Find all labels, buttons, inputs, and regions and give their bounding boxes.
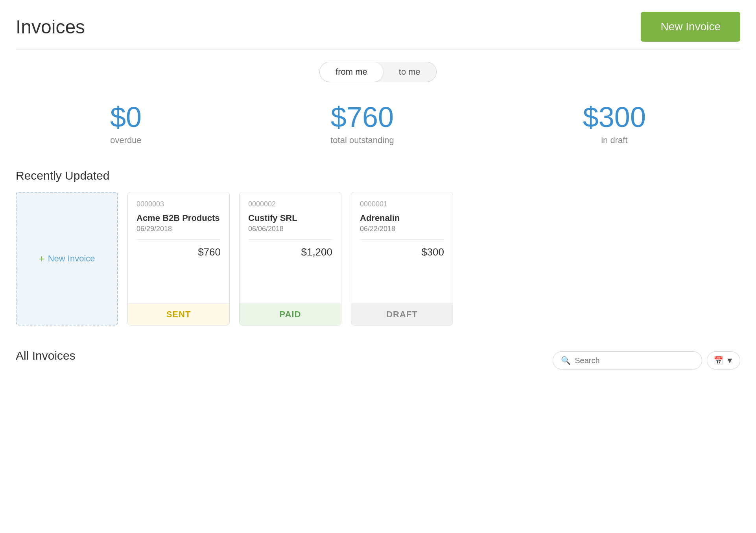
stat-outstanding-label: total outstanding [330, 135, 394, 145]
cards-row: + New Invoice 0000003 Acme B2B Products … [16, 192, 740, 325]
new-invoice-card-inner: + New Invoice [39, 253, 95, 265]
calendar-icon: 📅 [714, 356, 723, 365]
stat-overdue-label: overdue [110, 135, 142, 145]
search-input-wrap: 🔍 [553, 351, 702, 369]
all-invoices-title: All Invoices [16, 349, 76, 362]
stat-overdue: $0 overdue [110, 102, 142, 145]
invoice-0-date: 06/29/2018 [136, 225, 221, 233]
new-invoice-card-label: New Invoice [48, 254, 95, 264]
toggle-pill: from me to me [319, 62, 437, 82]
stat-draft: $300 in draft [583, 102, 646, 145]
calendar-button[interactable]: 📅 ▼ [707, 351, 740, 369]
invoice-card-1-body: 0000002 Custify SRL 06/06/2018 $1,200 [240, 192, 341, 303]
calendar-dropdown-icon: ▼ [726, 356, 734, 365]
invoice-0-divider [136, 239, 221, 240]
toggle-to-me[interactable]: to me [383, 62, 436, 82]
toggle-container: from me to me [16, 62, 740, 82]
invoice-0-company: Acme B2B Products [136, 213, 221, 223]
invoice-card-2-body: 0000001 Adrenalin 06/22/2018 $300 [351, 192, 453, 303]
header-divider [16, 50, 740, 50]
invoice-card-2[interactable]: 0000001 Adrenalin 06/22/2018 $300 DRAFT [351, 192, 453, 325]
search-container: 🔍 📅 ▼ [553, 351, 740, 369]
invoice-1-status: PAID [240, 303, 341, 325]
search-input[interactable] [575, 356, 694, 365]
invoice-2-divider [360, 239, 444, 240]
search-icon: 🔍 [561, 356, 571, 365]
invoice-1-date: 06/06/2018 [248, 225, 332, 233]
new-invoice-button[interactable]: New Invoice [641, 12, 740, 42]
invoice-0-number: 0000003 [136, 200, 221, 208]
invoice-0-amount: $760 [136, 246, 221, 262]
invoice-2-status: DRAFT [351, 303, 453, 325]
recently-updated-title: Recently Updated [16, 169, 740, 182]
stats-row: $0 overdue $760 total outstanding $300 i… [16, 102, 740, 145]
stat-overdue-value: $0 [110, 102, 142, 133]
page-container: Invoices New Invoice from me to me $0 ov… [0, 0, 756, 384]
invoice-1-divider [248, 239, 332, 240]
stat-outstanding-value: $760 [330, 102, 394, 133]
recently-updated-section: Recently Updated + New Invoice 0000003 A… [16, 169, 740, 325]
stat-outstanding: $760 total outstanding [330, 102, 394, 145]
invoice-card-1[interactable]: 0000002 Custify SRL 06/06/2018 $1,200 PA… [239, 192, 341, 325]
invoice-2-number: 0000001 [360, 200, 444, 208]
page-title: Invoices [16, 16, 85, 38]
header: Invoices New Invoice [16, 12, 740, 42]
invoice-2-amount: $300 [360, 246, 444, 262]
plus-icon: + [39, 253, 44, 265]
invoice-1-number: 0000002 [248, 200, 332, 208]
stat-draft-label: in draft [583, 135, 646, 145]
stat-draft-value: $300 [583, 102, 646, 133]
invoice-2-company: Adrenalin [360, 213, 444, 223]
invoice-0-status: SENT [128, 303, 229, 325]
toggle-from-me[interactable]: from me [320, 62, 383, 82]
invoice-1-amount: $1,200 [248, 246, 332, 262]
invoice-2-date: 06/22/2018 [360, 225, 444, 233]
new-invoice-card[interactable]: + New Invoice [16, 192, 118, 325]
invoice-card-0[interactable]: 0000003 Acme B2B Products 06/29/2018 $76… [127, 192, 230, 325]
invoice-card-0-body: 0000003 Acme B2B Products 06/29/2018 $76… [128, 192, 229, 303]
all-invoices-header: All Invoices 🔍 📅 ▼ [16, 349, 740, 372]
invoice-1-company: Custify SRL [248, 213, 332, 223]
